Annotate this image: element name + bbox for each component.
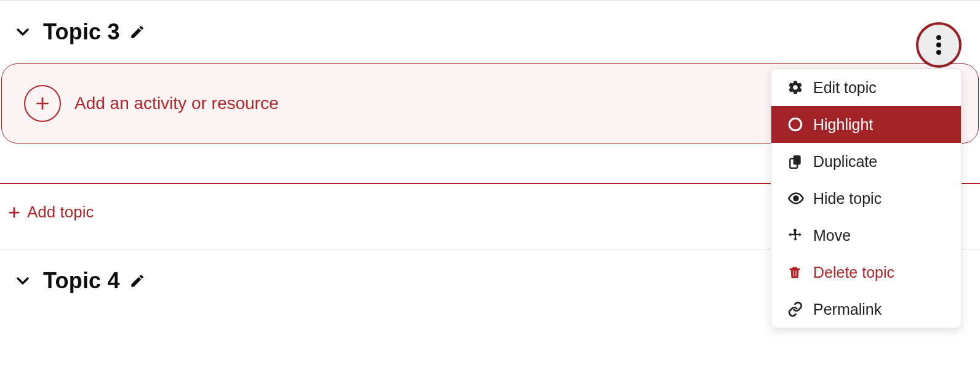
svg-point-1: [936, 42, 941, 47]
plus-circle-icon: [24, 85, 61, 122]
edit-title-button[interactable]: [129, 24, 145, 40]
section-actions-button[interactable]: [916, 22, 962, 68]
menu-hide-topic[interactable]: Hide topic: [771, 180, 961, 217]
trash-icon: [787, 265, 813, 280]
menu-item-label: Delete topic: [813, 264, 894, 281]
plus-icon: [7, 206, 21, 219]
chevron-down-icon: [15, 273, 30, 288]
svg-point-7: [789, 118, 801, 131]
eye-icon: [787, 190, 813, 207]
menu-duplicate[interactable]: Duplicate: [771, 143, 961, 180]
chevron-down-icon: [15, 25, 30, 39]
plus-icon: [34, 95, 50, 111]
menu-delete-topic[interactable]: Delete topic: [771, 254, 961, 291]
menu-item-label: Edit topic: [813, 79, 877, 97]
pencil-icon: [129, 24, 145, 40]
svg-point-0: [936, 35, 941, 40]
menu-item-label: Duplicate: [813, 153, 877, 171]
gear-icon: [787, 79, 813, 95]
link-icon: [787, 301, 813, 317]
kebab-icon: [936, 34, 941, 55]
svg-point-10: [794, 196, 798, 201]
menu-move[interactable]: Move: [771, 217, 961, 254]
menu-item-label: Hide topic: [813, 190, 882, 208]
collapse-toggle[interactable]: [14, 272, 32, 290]
section-actions-menu: Edit topic Highlight Duplicate Hide topi…: [771, 68, 962, 328]
menu-item-label: Permalink: [813, 301, 882, 318]
svg-point-2: [936, 50, 941, 55]
topic-title[interactable]: Topic 3: [43, 19, 120, 45]
menu-item-label: Highlight: [813, 116, 873, 134]
topic-title[interactable]: Topic 4: [43, 268, 120, 294]
move-icon: [787, 227, 813, 243]
collapse-toggle[interactable]: [14, 23, 32, 41]
add-topic-label: Add topic: [27, 203, 94, 222]
edit-title-button[interactable]: [129, 273, 145, 289]
add-activity-label: Add an activity or resource: [74, 94, 279, 113]
menu-permalink[interactable]: Permalink: [771, 291, 961, 328]
menu-edit-topic[interactable]: Edit topic: [771, 69, 961, 106]
topic-header: Topic 3: [0, 1, 980, 57]
menu-item-label: Move: [813, 227, 851, 245]
copy-icon: [787, 153, 813, 169]
circle-icon: [787, 116, 813, 132]
pencil-icon: [129, 273, 145, 289]
menu-highlight[interactable]: Highlight: [771, 106, 961, 143]
